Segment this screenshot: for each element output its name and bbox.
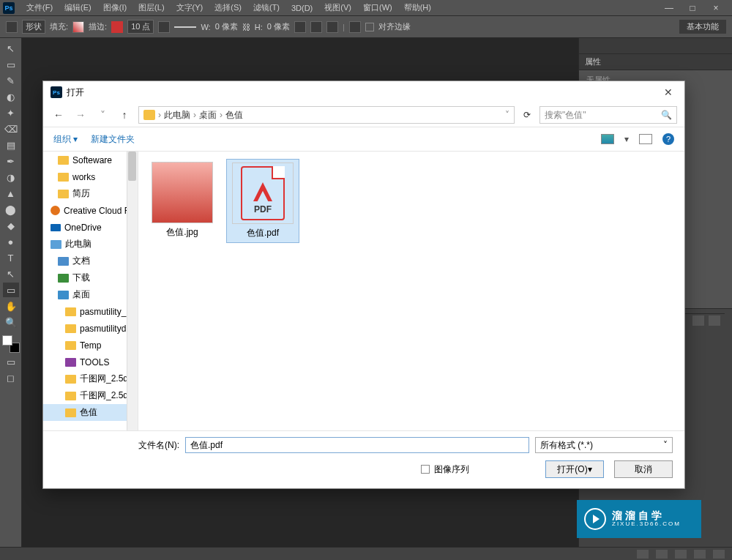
fg-bg-swatch[interactable]	[2, 335, 20, 353]
tool-preset-icon[interactable]	[6, 21, 18, 33]
cancel-button[interactable]: 取消	[614, 460, 673, 478]
gradient-tool[interactable]: ◆	[3, 218, 19, 233]
tree-item[interactable]: 此电脑	[43, 236, 138, 253]
status-icon-new[interactable]	[694, 550, 706, 559]
breadcrumb-seg-2[interactable]: 色值	[225, 109, 243, 122]
tree-item[interactable]: pasmutilitydll	[43, 320, 138, 337]
zoom-tool[interactable]: 🔍	[3, 315, 19, 329]
shape-mode-select[interactable]: 形状	[22, 20, 45, 34]
status-icon-fx[interactable]	[656, 550, 668, 559]
tree-item[interactable]: 千图网_2.5d商	[43, 387, 138, 404]
quick-select-tool[interactable]: ◐	[3, 89, 19, 104]
tree-item[interactable]: 千图网_2.5d科	[43, 370, 138, 387]
tree-item[interactable]: 色值	[43, 404, 138, 421]
arrange-icon[interactable]	[326, 21, 338, 33]
marquee-tool[interactable]: ▭	[3, 57, 19, 72]
maximize-button[interactable]: □	[685, 3, 700, 13]
menu-type[interactable]: 文字(Y)	[171, 2, 209, 13]
menu-select[interactable]: 选择(S)	[209, 2, 247, 13]
hand-tool[interactable]: ✋	[3, 299, 19, 313]
breadcrumb-seg-0[interactable]: 此电脑	[164, 109, 190, 122]
menu-file[interactable]: 文件(F)	[20, 2, 59, 13]
file-type-filter[interactable]: 所有格式 (*.*)˅	[535, 437, 673, 453]
workspace-select[interactable]: 基本功能	[679, 20, 726, 34]
nav-back-button[interactable]: ←	[51, 109, 67, 121]
stroke-width-select[interactable]: 10 点	[127, 20, 154, 34]
blur-tool[interactable]: ●	[3, 234, 19, 249]
menu-help[interactable]: 帮助(H)	[398, 2, 437, 13]
menu-window[interactable]: 窗口(W)	[357, 2, 398, 13]
tree-item[interactable]: 桌面	[43, 286, 138, 303]
tree-item[interactable]: pasmutility_12	[43, 303, 138, 320]
minimize-button[interactable]: —	[662, 3, 676, 13]
search-input[interactable]: 搜索"色值" 🔍	[539, 106, 677, 124]
view-mode-button[interactable]	[601, 134, 614, 144]
path-select-tool[interactable]: ↖	[3, 266, 19, 281]
menu-3d[interactable]: 3D(D)	[285, 4, 318, 12]
nav-recent-button[interactable]: ˅	[94, 109, 111, 121]
folder-tree[interactable]: Softewareworks简历Creative Cloud FOneDrive…	[43, 152, 138, 430]
dialog-close-button[interactable]: ✕	[660, 86, 677, 98]
width-value[interactable]: 0 像素	[215, 21, 238, 32]
new-folder-button[interactable]: 新建文件夹	[91, 133, 135, 146]
image-sequence-checkbox[interactable]	[421, 465, 430, 474]
brush-tool[interactable]: ✒	[3, 154, 19, 168]
tree-item[interactable]: Creative Cloud F	[43, 202, 138, 219]
menu-edit[interactable]: 编辑(E)	[59, 2, 97, 13]
status-icon-mask[interactable]	[675, 550, 687, 559]
filename-input[interactable]	[185, 437, 529, 453]
menu-layer[interactable]: 图层(L)	[132, 2, 170, 13]
screen-mode-icon[interactable]: ▭	[3, 354, 19, 369]
menu-view[interactable]: 视图(V)	[318, 2, 357, 13]
tree-scrollbar[interactable]	[127, 152, 138, 430]
nav-forward-button[interactable]: →	[72, 109, 89, 121]
status-icon-trash[interactable]	[713, 550, 725, 559]
breadcrumb-dropdown-icon[interactable]: ˅	[505, 110, 509, 120]
fill-swatch[interactable]	[72, 21, 84, 33]
crop-tool[interactable]: ✦	[3, 105, 19, 120]
tree-item[interactable]: Softeware	[43, 152, 138, 168]
align-edges-checkbox[interactable]	[365, 23, 374, 31]
history-brush-tool[interactable]: ▲	[3, 186, 19, 201]
tree-item[interactable]: 下载	[43, 269, 138, 286]
stamp-tool[interactable]: ◑	[3, 170, 19, 184]
breadcrumb-seg-1[interactable]: 桌面	[199, 109, 217, 122]
quick-mask-icon[interactable]: ◻	[3, 370, 19, 385]
tree-item[interactable]: works	[43, 168, 138, 185]
close-button[interactable]: ×	[709, 3, 723, 13]
menu-filter[interactable]: 滤镜(T)	[247, 2, 285, 13]
preview-pane-button[interactable]	[639, 134, 652, 144]
type-tool[interactable]: T	[3, 250, 19, 265]
file-item[interactable]: 色值.jpg	[146, 159, 219, 242]
properties-panel-tab[interactable]: 属性	[579, 54, 732, 70]
lasso-tool[interactable]: ✎	[3, 73, 19, 88]
gear-icon[interactable]	[349, 21, 361, 33]
healing-tool[interactable]: ▤	[3, 138, 19, 152]
stroke-swatch[interactable]	[111, 21, 123, 33]
panel-icon-b[interactable]	[709, 316, 720, 326]
open-button[interactable]: 打开(O) ▾	[545, 460, 604, 478]
path-ops-icon[interactable]	[294, 21, 306, 33]
tree-item[interactable]: TOOLS	[43, 354, 138, 370]
nav-up-button[interactable]: ↑	[116, 109, 132, 121]
refresh-button[interactable]: ⟳	[520, 110, 534, 120]
menu-image[interactable]: 图像(I)	[97, 2, 132, 13]
file-item[interactable]: PDF色值.pdf	[226, 159, 299, 243]
status-icon-link[interactable]	[637, 550, 649, 559]
eyedropper-tool[interactable]: ⌫	[3, 122, 19, 136]
organize-button[interactable]: 组织 ▾	[53, 133, 78, 146]
panel-icon-a[interactable]	[692, 316, 704, 326]
tree-item[interactable]: 文档	[43, 253, 138, 269]
stroke-type-icon[interactable]	[158, 21, 170, 33]
help-icon[interactable]: ?	[662, 133, 674, 145]
move-tool[interactable]: ↖	[3, 41, 19, 56]
link-wh-icon[interactable]: ⛓	[242, 23, 250, 31]
align-icon[interactable]	[310, 21, 322, 33]
tree-item[interactable]: 简历	[43, 185, 138, 202]
breadcrumb[interactable]: › 此电脑 › 桌面 › 色值 ˅	[138, 106, 515, 124]
file-grid[interactable]: 色值.jpgPDF色值.pdf	[138, 152, 684, 430]
tree-item[interactable]: Temp	[43, 337, 138, 354]
height-value[interactable]: 0 像素	[267, 21, 290, 32]
tree-item[interactable]: OneDrive	[43, 219, 138, 236]
rectangle-tool[interactable]: ▭	[3, 283, 19, 297]
